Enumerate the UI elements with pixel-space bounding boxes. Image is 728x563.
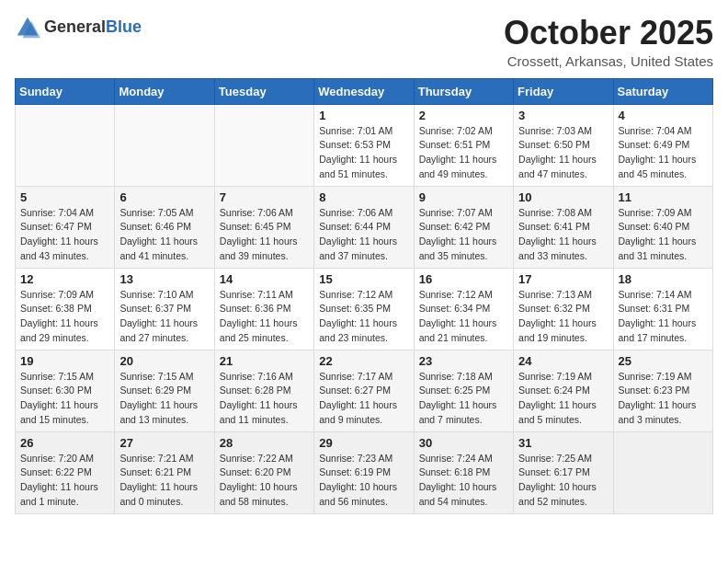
day-info: Sunrise: 7:15 AM Sunset: 6:29 PM Dayligh… <box>119 370 209 428</box>
day-info: Sunrise: 7:24 AM Sunset: 6:18 PM Dayligh… <box>419 452 508 510</box>
calendar-cell: 7Sunrise: 7:06 AM Sunset: 6:45 PM Daylig… <box>214 186 313 268</box>
calendar-cell: 22Sunrise: 7:17 AM Sunset: 6:27 PM Dayli… <box>314 350 414 431</box>
day-number: 6 <box>119 190 209 204</box>
calendar-cell <box>115 104 214 186</box>
calendar-cell: 31Sunrise: 7:25 AM Sunset: 6:17 PM Dayli… <box>514 431 613 513</box>
day-info: Sunrise: 7:14 AM Sunset: 6:31 PM Dayligh… <box>619 288 708 346</box>
day-number: 29 <box>319 436 408 450</box>
calendar-cell: 19Sunrise: 7:15 AM Sunset: 6:30 PM Dayli… <box>16 350 115 431</box>
calendar-cell: 24Sunrise: 7:19 AM Sunset: 6:24 PM Dayli… <box>514 350 613 431</box>
day-number: 21 <box>220 354 309 368</box>
day-number: 26 <box>20 436 109 450</box>
calendar-cell: 8Sunrise: 7:06 AM Sunset: 6:44 PM Daylig… <box>314 186 414 268</box>
calendar-week-3: 12Sunrise: 7:09 AM Sunset: 6:38 PM Dayli… <box>16 268 713 350</box>
calendar-cell: 18Sunrise: 7:14 AM Sunset: 6:31 PM Dayli… <box>613 268 712 350</box>
day-number: 19 <box>20 354 109 368</box>
calendar-cell <box>214 104 313 186</box>
calendar-week-2: 5Sunrise: 7:04 AM Sunset: 6:47 PM Daylig… <box>16 186 713 268</box>
calendar-cell: 26Sunrise: 7:20 AM Sunset: 6:22 PM Dayli… <box>16 431 115 513</box>
day-number: 1 <box>319 109 408 122</box>
day-number: 23 <box>419 354 508 368</box>
calendar-cell: 15Sunrise: 7:12 AM Sunset: 6:35 PM Dayli… <box>314 268 414 350</box>
day-number: 28 <box>220 436 309 450</box>
calendar-table: SundayMondayTuesdayWednesdayThursdayFrid… <box>15 78 713 514</box>
weekday-header-thursday: Thursday <box>414 78 513 104</box>
logo: General Blue <box>15 15 142 40</box>
weekday-header-tuesday: Tuesday <box>214 78 313 104</box>
day-info: Sunrise: 7:10 AM Sunset: 6:37 PM Dayligh… <box>119 288 209 346</box>
day-info: Sunrise: 7:04 AM Sunset: 6:47 PM Dayligh… <box>20 206 109 264</box>
calendar-cell: 25Sunrise: 7:19 AM Sunset: 6:23 PM Dayli… <box>613 350 712 431</box>
calendar-cell <box>16 104 115 186</box>
calendar-cell: 13Sunrise: 7:10 AM Sunset: 6:37 PM Dayli… <box>115 268 214 350</box>
calendar-cell: 3Sunrise: 7:03 AM Sunset: 6:50 PM Daylig… <box>514 104 613 186</box>
day-info: Sunrise: 7:15 AM Sunset: 6:30 PM Dayligh… <box>20 370 109 428</box>
calendar-cell: 20Sunrise: 7:15 AM Sunset: 6:29 PM Dayli… <box>115 350 214 431</box>
month-title: October 2025 <box>504 15 713 52</box>
day-number: 12 <box>20 272 109 286</box>
weekday-header-friday: Friday <box>514 78 613 104</box>
day-number: 18 <box>619 272 708 286</box>
day-number: 2 <box>419 109 508 122</box>
calendar-cell: 23Sunrise: 7:18 AM Sunset: 6:25 PM Dayli… <box>414 350 513 431</box>
page-header: General Blue October 2025 Crossett, Arka… <box>15 15 713 69</box>
calendar-cell: 2Sunrise: 7:02 AM Sunset: 6:51 PM Daylig… <box>414 104 513 186</box>
title-section: October 2025 Crossett, Arkansas, United … <box>504 15 713 69</box>
day-info: Sunrise: 7:05 AM Sunset: 6:46 PM Dayligh… <box>119 206 209 264</box>
calendar-cell: 16Sunrise: 7:12 AM Sunset: 6:34 PM Dayli… <box>414 268 513 350</box>
day-info: Sunrise: 7:18 AM Sunset: 6:25 PM Dayligh… <box>419 370 508 428</box>
location: Crossett, Arkansas, United States <box>504 53 713 69</box>
day-info: Sunrise: 7:12 AM Sunset: 6:34 PM Dayligh… <box>419 288 508 346</box>
day-info: Sunrise: 7:11 AM Sunset: 6:36 PM Dayligh… <box>220 288 309 346</box>
day-number: 13 <box>119 272 209 286</box>
day-info: Sunrise: 7:19 AM Sunset: 6:24 PM Dayligh… <box>518 370 608 428</box>
weekday-header-monday: Monday <box>115 78 214 104</box>
day-info: Sunrise: 7:13 AM Sunset: 6:32 PM Dayligh… <box>518 288 608 346</box>
day-info: Sunrise: 7:22 AM Sunset: 6:20 PM Dayligh… <box>220 452 309 510</box>
day-number: 15 <box>319 272 408 286</box>
day-info: Sunrise: 7:06 AM Sunset: 6:44 PM Dayligh… <box>319 206 408 264</box>
day-number: 24 <box>518 354 608 368</box>
day-number: 4 <box>619 109 708 122</box>
day-info: Sunrise: 7:09 AM Sunset: 6:40 PM Dayligh… <box>619 206 708 264</box>
calendar-cell: 14Sunrise: 7:11 AM Sunset: 6:36 PM Dayli… <box>214 268 313 350</box>
calendar-cell: 28Sunrise: 7:22 AM Sunset: 6:20 PM Dayli… <box>214 431 313 513</box>
day-info: Sunrise: 7:02 AM Sunset: 6:51 PM Dayligh… <box>419 124 508 182</box>
day-number: 7 <box>220 190 309 204</box>
day-info: Sunrise: 7:25 AM Sunset: 6:17 PM Dayligh… <box>518 452 608 510</box>
day-info: Sunrise: 7:08 AM Sunset: 6:41 PM Dayligh… <box>518 206 608 264</box>
logo-text: General Blue <box>44 18 142 37</box>
day-number: 14 <box>220 272 309 286</box>
day-number: 31 <box>518 436 608 450</box>
day-number: 27 <box>119 436 209 450</box>
calendar-week-1: 1Sunrise: 7:01 AM Sunset: 6:53 PM Daylig… <box>16 104 713 186</box>
day-info: Sunrise: 7:23 AM Sunset: 6:19 PM Dayligh… <box>319 452 408 510</box>
calendar-cell: 17Sunrise: 7:13 AM Sunset: 6:32 PM Dayli… <box>514 268 613 350</box>
calendar-cell: 1Sunrise: 7:01 AM Sunset: 6:53 PM Daylig… <box>314 104 414 186</box>
day-number: 20 <box>119 354 209 368</box>
day-info: Sunrise: 7:01 AM Sunset: 6:53 PM Dayligh… <box>319 124 408 182</box>
day-number: 17 <box>518 272 608 286</box>
calendar-cell: 4Sunrise: 7:04 AM Sunset: 6:49 PM Daylig… <box>613 104 712 186</box>
calendar-cell: 29Sunrise: 7:23 AM Sunset: 6:19 PM Dayli… <box>314 431 414 513</box>
day-number: 9 <box>419 190 508 204</box>
day-info: Sunrise: 7:17 AM Sunset: 6:27 PM Dayligh… <box>319 370 408 428</box>
weekday-header-row: SundayMondayTuesdayWednesdayThursdayFrid… <box>16 78 713 104</box>
calendar-cell: 21Sunrise: 7:16 AM Sunset: 6:28 PM Dayli… <box>214 350 313 431</box>
calendar-cell: 30Sunrise: 7:24 AM Sunset: 6:18 PM Dayli… <box>414 431 513 513</box>
calendar-cell <box>613 431 712 513</box>
day-number: 16 <box>419 272 508 286</box>
day-number: 30 <box>419 436 508 450</box>
day-info: Sunrise: 7:09 AM Sunset: 6:38 PM Dayligh… <box>20 288 109 346</box>
day-number: 3 <box>518 109 608 122</box>
logo-icon <box>15 15 40 40</box>
calendar-cell: 5Sunrise: 7:04 AM Sunset: 6:47 PM Daylig… <box>16 186 115 268</box>
calendar-week-5: 26Sunrise: 7:20 AM Sunset: 6:22 PM Dayli… <box>16 431 713 513</box>
calendar-week-4: 19Sunrise: 7:15 AM Sunset: 6:30 PM Dayli… <box>16 350 713 431</box>
logo-blue: Blue <box>106 18 142 37</box>
logo-general: General <box>44 18 106 37</box>
day-info: Sunrise: 7:06 AM Sunset: 6:45 PM Dayligh… <box>220 206 309 264</box>
weekday-header-wednesday: Wednesday <box>314 78 414 104</box>
day-number: 5 <box>20 190 109 204</box>
day-info: Sunrise: 7:16 AM Sunset: 6:28 PM Dayligh… <box>220 370 309 428</box>
